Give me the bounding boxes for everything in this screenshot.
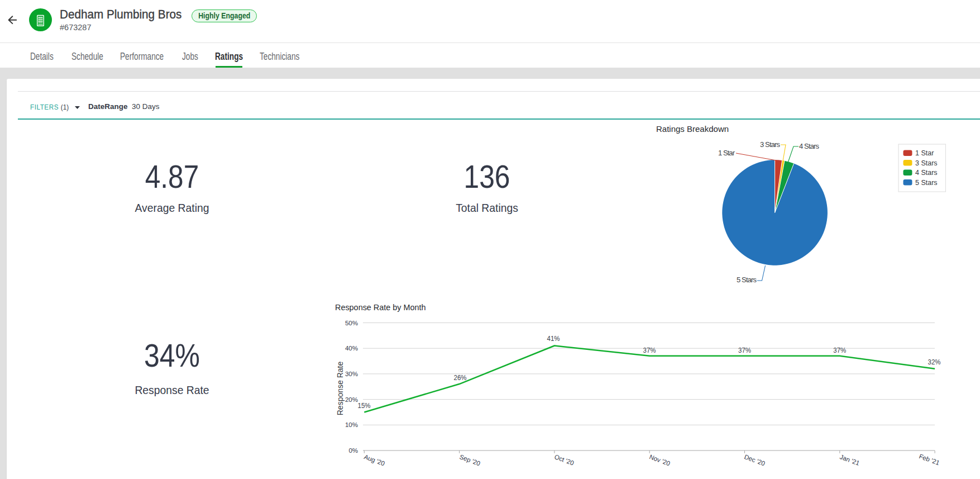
svg-text:Dec '20: Dec '20 (743, 453, 766, 467)
svg-text:3 Stars: 3 Stars (915, 159, 938, 167)
svg-text:26%: 26% (454, 373, 467, 382)
svg-text:4 Stars: 4 Stars (915, 169, 938, 177)
svg-text:3 Stars: 3 Stars (760, 140, 781, 149)
svg-text:0%: 0% (348, 447, 358, 454)
svg-text:41%: 41% (547, 334, 560, 343)
svg-text:30%: 30% (345, 371, 358, 377)
svg-text:5 Stars: 5 Stars (915, 179, 938, 187)
svg-text:1 Star: 1 Star (718, 149, 735, 157)
svg-text:5 Stars: 5 Stars (737, 276, 757, 284)
svg-text:20%: 20% (345, 396, 358, 403)
svg-text:Feb '21: Feb '21 (918, 453, 940, 466)
svg-text:37%: 37% (738, 346, 751, 354)
svg-text:37%: 37% (833, 346, 846, 354)
svg-text:4 Stars: 4 Stars (799, 142, 820, 150)
svg-text:40%: 40% (345, 345, 358, 352)
svg-text:Jan '21: Jan '21 (839, 453, 861, 467)
svg-text:10%: 10% (345, 421, 358, 428)
svg-text:Oct '20: Oct '20 (553, 453, 575, 467)
svg-text:50%: 50% (345, 320, 358, 326)
svg-text:Aug '20: Aug '20 (363, 453, 385, 467)
svg-text:Sep '20: Sep '20 (458, 453, 481, 467)
svg-text:1 Star: 1 Star (915, 149, 934, 157)
svg-text:37%: 37% (643, 346, 656, 354)
svg-text:Nov '20: Nov '20 (648, 453, 671, 467)
svg-text:15%: 15% (358, 401, 371, 410)
svg-text:32%: 32% (928, 358, 941, 366)
